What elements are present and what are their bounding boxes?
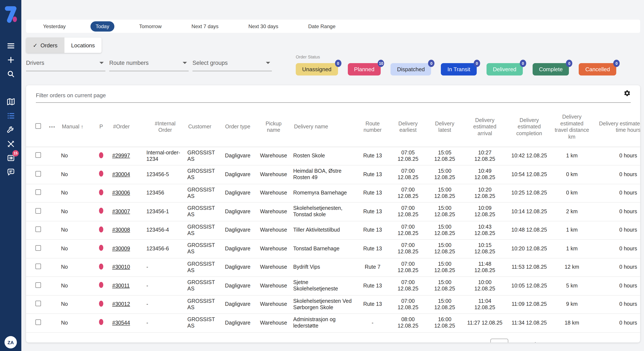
select-all-checkbox[interactable] — [36, 123, 41, 129]
status-chip-planned[interactable]: Planned10 — [348, 63, 381, 75]
row-checkbox[interactable] — [36, 301, 41, 306]
pagination-range: 1 - 10 of 10 — [516, 342, 543, 343]
col-delivery-estimated-travel-distance[interactable]: Delivery estimated travel distance km — [552, 103, 592, 147]
cell-internal-order: - — [145, 277, 186, 295]
col-order[interactable]: #Order — [110, 103, 145, 147]
chat-icon[interactable] — [0, 165, 21, 179]
cell-order-type: Dagligvare — [220, 147, 256, 165]
date-tab-next-7-days[interactable]: Next 7 days — [186, 21, 224, 31]
cell-pickup-name: Warehouse — [256, 295, 292, 314]
order-link[interactable]: #30010 — [112, 264, 130, 270]
status-chip-label: Unassigned — [302, 66, 332, 72]
app-logo[interactable] — [4, 5, 18, 26]
row-checkbox[interactable] — [36, 227, 41, 232]
cell-delivery-earliest: 07:0012.08.25 — [390, 277, 426, 295]
cell-pickup-name: Warehouse — [256, 165, 292, 184]
cell-travel-time: 0 hours — [592, 184, 640, 202]
col-delivery-estimated-arrival[interactable]: Delivery estimated arrival — [463, 103, 506, 147]
order-link[interactable]: #30009 — [112, 245, 130, 251]
design-tools-icon[interactable] — [0, 137, 21, 151]
col-route-number[interactable]: Route number — [356, 103, 390, 147]
col-customer[interactable]: Customer — [186, 103, 220, 147]
status-chip-dispatched[interactable]: Dispatched0 — [391, 63, 431, 75]
row-checkbox[interactable] — [36, 282, 41, 288]
status-chip-in-transit[interactable]: In Transit0 — [441, 63, 477, 75]
settings-gear-icon[interactable] — [624, 90, 631, 97]
row-checkbox[interactable] — [36, 264, 41, 269]
order-link[interactable]: #29997 — [112, 153, 130, 159]
cell-delivery-earliest: 07:0012.08.25 — [390, 184, 426, 202]
cell-manual: No — [59, 184, 92, 202]
date-tab-yesterday[interactable]: Yesterday — [38, 21, 71, 31]
cell-delivery-name: Sjetne Skolehelsetjeneste — [292, 277, 356, 295]
orders-list-icon[interactable] — [0, 109, 21, 123]
cell-order-type: Dagligvare — [220, 314, 256, 332]
row-checkbox[interactable] — [36, 319, 41, 325]
order-link[interactable]: #30544 — [112, 320, 130, 326]
next-page-button[interactable]: › — [565, 341, 568, 343]
tab-orders[interactable]: ✓ Orders — [26, 37, 64, 53]
cell-delivery-estimated-arrival: 10:1512.08.25 — [463, 240, 506, 258]
row-checkbox[interactable] — [36, 245, 41, 251]
cell-delivery-earliest: 07:0012.08.25 — [390, 240, 426, 258]
map-icon[interactable] — [0, 95, 21, 109]
status-chip-delivered[interactable]: Delivered0 — [486, 63, 523, 75]
orders-notes-icon[interactable]: 15 — [0, 151, 21, 165]
order-link[interactable]: #30012 — [112, 301, 130, 307]
row-checkbox[interactable] — [36, 152, 41, 158]
drivers-select[interactable]: Drivers — [26, 59, 106, 71]
col-manual[interactable]: Manual ↑ — [59, 103, 92, 147]
order-link[interactable]: #30006 — [112, 190, 130, 196]
pager-buttons: ‹ › — [554, 341, 568, 343]
cell-route-number: Rute 13 — [356, 240, 390, 258]
user-avatar[interactable]: ZA — [4, 336, 17, 349]
cell-delivery-name: Skolehelsetjenesten Ved Sørborgen Skole — [292, 295, 356, 314]
cell-travel-distance: 12 km — [552, 258, 592, 277]
col-delivery-estimated-travel-time[interactable]: Delivery estimated travel time hours — [592, 103, 640, 147]
cell-pickup-name: Warehouse — [256, 277, 292, 295]
priority-dot-icon — [99, 208, 103, 214]
status-chip-unassigned[interactable]: Unassigned0 — [296, 63, 338, 75]
table-row: No #30011 - GROSSIST AS Dagligvare Wareh… — [26, 277, 640, 295]
select-groups-select[interactable]: Select groups — [192, 59, 272, 71]
cell-route-number: Rute 13 — [356, 147, 390, 165]
route-numbers-select[interactable]: Route numbers — [109, 59, 189, 71]
date-tab-next-30-days[interactable]: Next 30 days — [243, 21, 284, 31]
tab-locations[interactable]: Locations — [64, 37, 102, 53]
order-link[interactable]: #30007 — [112, 208, 130, 214]
col-p[interactable]: P — [92, 103, 110, 147]
col-delivery-name[interactable]: Delivery name — [292, 103, 356, 147]
table-row: No #30007 123456-1 GROSSIST AS Dagligvar… — [26, 202, 640, 221]
col-delivery-estimated-completion[interactable]: Delivery estimated completion — [506, 103, 552, 147]
date-tab-date-range[interactable]: Date Range — [303, 21, 340, 31]
cell-travel-time: 0 hours — [592, 240, 640, 258]
search-icon[interactable] — [0, 67, 21, 81]
row-checkbox[interactable] — [36, 171, 41, 176]
status-chip-cancelled[interactable]: Cancelled0 — [579, 63, 616, 75]
row-checkbox[interactable] — [36, 208, 41, 213]
filters-row: Drivers Route numbers Select groups — [26, 59, 272, 71]
previous-page-button[interactable]: ‹ — [554, 341, 556, 343]
col-delivery-latest[interactable]: Delivery latest — [426, 103, 463, 147]
wrench-icon[interactable] — [0, 123, 21, 137]
menu-icon[interactable] — [0, 39, 21, 53]
order-link[interactable]: #30004 — [112, 171, 130, 177]
col-delivery-earliest[interactable]: Delivery earliest — [390, 103, 426, 147]
col-pickup-name[interactable]: Pickup name — [256, 103, 292, 147]
date-tab-tomorrow[interactable]: Tomorrow — [134, 21, 167, 31]
more-options-icon[interactable]: ••• — [49, 125, 56, 129]
add-icon[interactable] — [0, 53, 21, 67]
date-tab-today[interactable]: Today — [90, 21, 114, 31]
col-internal-order[interactable]: #Internal Order — [145, 103, 186, 147]
cell-customer: GROSSIST AS — [186, 221, 220, 240]
filter-orders-input[interactable] — [36, 91, 631, 103]
cell-customer: GROSSIST AS — [186, 202, 220, 221]
cell-travel-time: 0 hours — [592, 277, 640, 295]
cell-route-number: Rute 13 — [356, 202, 390, 221]
status-chip-complete[interactable]: Complete0 — [532, 63, 569, 75]
order-link[interactable]: #30008 — [112, 227, 130, 233]
order-link[interactable]: #30011 — [112, 283, 130, 289]
items-per-page-select[interactable]: 100 — [490, 339, 508, 343]
row-checkbox[interactable] — [36, 189, 41, 195]
col-order-type[interactable]: Order type — [220, 103, 256, 147]
